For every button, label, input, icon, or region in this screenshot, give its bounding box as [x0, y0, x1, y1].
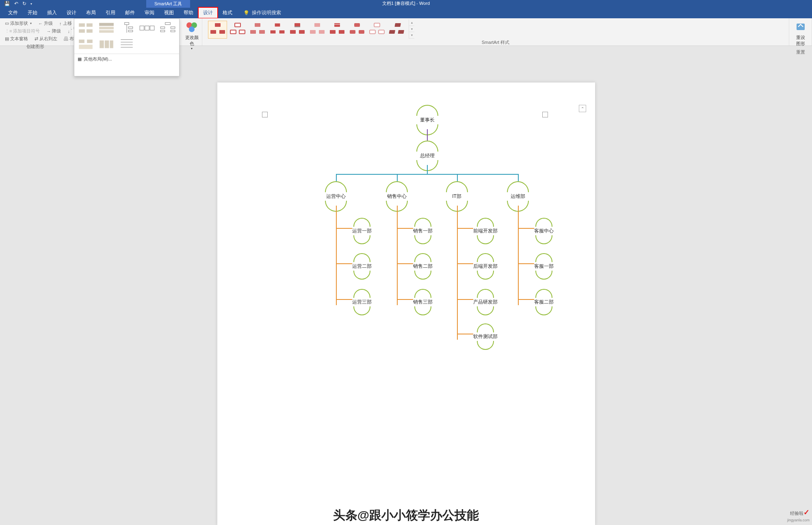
layout-dd-9[interactable]	[137, 20, 157, 36]
style-thumb-7[interactable]	[327, 21, 346, 39]
node-cs1[interactable]: 客服一部	[534, 253, 554, 280]
style-thumb-5[interactable]	[288, 21, 307, 39]
tab-review[interactable]: 审阅	[140, 7, 159, 18]
tab-home[interactable]: 开始	[23, 7, 42, 18]
svg-rect-32	[250, 30, 256, 34]
text-pane-button[interactable]: ▤文本窗格	[3, 35, 30, 43]
layout-dd-8[interactable]	[117, 20, 136, 36]
layout-dd-7[interactable]	[96, 20, 116, 36]
more-layouts-label: 其他布局(M)...	[84, 56, 112, 62]
pane-icon: ▤	[5, 36, 9, 41]
tab-help[interactable]: 帮助	[179, 7, 198, 18]
title-bar: 💾 ↶ ↻ ▾ SmartArt 工具 文档1 [兼容模式] - Word	[0, 0, 812, 7]
connector	[336, 228, 352, 229]
reset-label: 重设图形	[794, 35, 807, 47]
tab-insert[interactable]: 插入	[42, 7, 62, 18]
tab-references[interactable]: 引用	[101, 7, 120, 18]
group-change-colors: 更改颜色 ▾	[179, 18, 202, 46]
lightbulb-icon: 💡	[243, 10, 249, 16]
layout-dd-11[interactable]	[76, 37, 95, 52]
rtl-button[interactable]: ⇄从右到左	[33, 35, 59, 43]
node-ops3[interactable]: 运营三部	[352, 289, 372, 315]
connector	[518, 228, 534, 229]
layout-dd-6[interactable]	[76, 20, 95, 36]
reset-graphic-button[interactable]: 重设图形	[793, 20, 809, 48]
style-thumb-4[interactable]	[268, 21, 287, 39]
document-title: 文档1 [兼容模式] - Word	[382, 0, 430, 7]
promote-button[interactable]: ←升级	[37, 20, 54, 27]
node-ops1[interactable]: 运营一部	[352, 218, 372, 244]
more-layouts-button[interactable]: ▦ 其他布局(M)...	[74, 54, 179, 64]
svg-rect-76	[171, 30, 175, 32]
node-test[interactable]: 软件测试部	[473, 323, 498, 350]
tab-layout[interactable]: 布局	[81, 7, 101, 18]
add-bullet-button[interactable]: ⋮≡添加项目符号	[3, 27, 41, 35]
tell-me-label: 操作说明搜索	[252, 9, 281, 16]
smartart-chart[interactable]: 董事长 总经理 运营中心 销售中心 IT部 运维部	[262, 105, 550, 345]
layout-dd-14[interactable]	[137, 37, 157, 52]
undo-icon[interactable]: ↶	[14, 1, 18, 7]
connector	[457, 299, 473, 300]
connector	[518, 174, 519, 181]
layout-dd-15[interactable]	[158, 37, 178, 52]
layout-dd-13[interactable]	[117, 37, 136, 52]
save-icon[interactable]: 💾	[4, 1, 10, 7]
demote-button[interactable]: →降级	[45, 27, 63, 35]
connector	[518, 263, 534, 264]
svg-rect-74	[171, 27, 175, 28]
node-sales3[interactable]: 销售三部	[413, 289, 433, 315]
style-thumb-6[interactable]	[307, 21, 327, 39]
tell-me-search[interactable]: 💡 操作说明搜索	[243, 9, 281, 16]
connector	[397, 174, 398, 181]
svg-rect-44	[334, 23, 340, 27]
style-thumb-2[interactable]	[228, 21, 247, 39]
style-scroll-up[interactable]: ▴	[409, 20, 414, 26]
svg-rect-61	[87, 29, 93, 33]
tab-smartart-format[interactable]: 格式	[218, 7, 237, 18]
ribbon-tabs: 文件 开始 插入 设计 布局 引用 邮件 审阅 视图 帮助 设计 格式 💡 操作…	[0, 7, 812, 18]
style-thumb-8[interactable]	[347, 21, 366, 39]
svg-rect-25	[215, 23, 221, 27]
node-sales2[interactable]: 销售二部	[413, 253, 433, 280]
group-smartart-styles: ▴ ▾ ▾ SmartArt 样式	[202, 18, 789, 46]
smartart-tools-context: SmartArt 工具	[146, 0, 190, 8]
node-ops2[interactable]: 运营二部	[352, 253, 372, 280]
bullet-icon: ⋮≡	[5, 28, 12, 34]
node-backend[interactable]: 后端开发部	[473, 253, 498, 280]
layout-options-button[interactable]: ⌃	[579, 105, 586, 112]
qat-dropdown-icon[interactable]: ▾	[30, 2, 32, 6]
svg-rect-31	[255, 23, 260, 27]
node-frontend[interactable]: 前端开发部	[473, 218, 498, 244]
svg-rect-55	[389, 30, 395, 34]
tab-file[interactable]: 文件	[3, 7, 23, 18]
redo-icon[interactable]: ↻	[22, 1, 26, 7]
layout-dd-10[interactable]	[158, 20, 178, 36]
svg-rect-71	[150, 26, 155, 30]
group-label-styles: SmartArt 样式	[206, 39, 786, 46]
add-shape-button[interactable]: ▭添加形状▾	[3, 20, 33, 27]
node-cs-center[interactable]: 客服中心	[534, 218, 554, 244]
node-product[interactable]: 产品研发部	[473, 289, 498, 315]
group-create-graphic: ▭添加形状▾ ←升级 ↑上移 ⋮≡添加项目符号 →降级 ↓下移 ▤文本窗格 ⇄从…	[0, 18, 71, 46]
tab-design-main[interactable]: 设计	[62, 7, 81, 18]
node-cs2[interactable]: 客服二部	[534, 289, 554, 315]
tab-mailings[interactable]: 邮件	[120, 7, 140, 18]
connector	[336, 299, 352, 300]
svg-rect-43	[319, 30, 325, 34]
style-thumb-9[interactable]	[367, 21, 386, 39]
style-scroll-down[interactable]: ▾	[409, 26, 414, 33]
style-thumb-3[interactable]	[248, 21, 267, 39]
tab-smartart-design[interactable]: 设计	[198, 7, 218, 18]
node-sales1[interactable]: 销售一部	[413, 218, 433, 244]
svg-rect-65	[125, 22, 129, 24]
svg-rect-73	[160, 27, 165, 28]
document-area: ⌃ 董事长 总经理 运营中心 销售中心 IT部 运维部	[0, 46, 812, 525]
style-thumb-1[interactable]	[208, 21, 227, 39]
layout-dd-12[interactable]	[96, 37, 116, 52]
style-scroll-more[interactable]: ▾	[409, 32, 414, 39]
style-thumb-10[interactable]	[387, 21, 406, 39]
tab-view[interactable]: 视图	[159, 7, 179, 18]
connector	[336, 174, 337, 181]
svg-rect-63	[99, 27, 114, 29]
svg-rect-39	[299, 30, 305, 34]
